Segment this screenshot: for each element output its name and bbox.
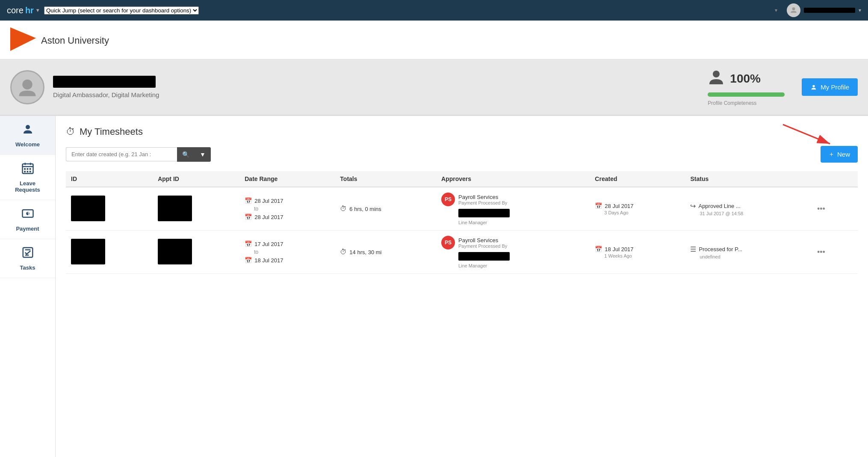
- row2-more-button[interactable]: •••: [814, 246, 829, 258]
- nav-user-avatar: [787, 3, 800, 17]
- row1-appt-id: [153, 187, 239, 231]
- col-created: Created: [590, 171, 685, 187]
- new-btn-plus-icon: ＋: [828, 150, 835, 158]
- row1-approver1-name: Payroll Services: [458, 194, 507, 200]
- col-approvers: Approvers: [436, 171, 590, 187]
- sidebar-item-tasks[interactable]: Tasks: [0, 239, 55, 278]
- col-appt-id: Appt ID: [153, 171, 239, 187]
- calendar-icon-1: 📅: [245, 197, 252, 204]
- nav-username[interactable]: [804, 8, 855, 13]
- row1-more-button[interactable]: •••: [814, 203, 829, 215]
- row2-status-text: Processed for P...: [699, 246, 742, 252]
- timesheets-toolbar: 🔍 ▼ ＋ New: [66, 146, 858, 163]
- section-title: ⏱ My Timesheets: [66, 126, 858, 137]
- quick-jump-arrow-icon: ▾: [775, 7, 777, 13]
- sidebar-leave-label: LeaveRequests: [15, 180, 40, 193]
- row1-date-to: 28 Jul 2017: [254, 214, 283, 220]
- clock-icon-2: ⏱: [340, 248, 347, 256]
- table-row: 📅 28 Jul 2017 to 📅 28 Jul 2017: [66, 187, 858, 231]
- svg-marker-1: [10, 27, 36, 51]
- timesheet-clock-icon: ⏱: [66, 126, 75, 137]
- row1-totals: ⏱ 6 hrs, 0 mins: [335, 187, 436, 231]
- filter-button[interactable]: ▼: [195, 147, 211, 162]
- brand-hr-text: hr: [25, 6, 34, 15]
- completion-bar-fill: [708, 92, 785, 97]
- quick-jump-select[interactable]: Quick Jump (select or search for your da…: [44, 6, 199, 15]
- row2-approver2-name-redacted: [458, 252, 510, 261]
- row2-id: [66, 231, 153, 274]
- org-name: Aston University: [41, 35, 109, 46]
- row1-approver1-avatar: PS: [441, 193, 455, 206]
- calendar-icon-4: 📅: [245, 257, 252, 264]
- row1-created-ago: 3 Days Ago: [604, 210, 680, 215]
- row2-created: 📅 18 Jul 2017 1 Weeks Ago: [590, 231, 685, 274]
- sidebar-welcome-label: Welcome: [15, 141, 40, 148]
- svg-rect-14: [27, 171, 28, 172]
- sidebar-item-payment[interactable]: 1 Payment: [0, 200, 55, 239]
- section-title-text: My Timesheets: [80, 126, 143, 137]
- date-search-input[interactable]: [66, 147, 177, 161]
- row1-status-text: Approved Line ...: [698, 203, 740, 209]
- row1-created: 📅 28 Jul 2017 3 Days Ago: [590, 187, 685, 231]
- leave-requests-icon: [21, 162, 34, 178]
- row1-date-sep: to: [254, 206, 330, 212]
- sidebar-item-leave-requests[interactable]: LeaveRequests: [0, 155, 55, 200]
- completion-bar-container: [708, 92, 785, 97]
- table-body: 📅 28 Jul 2017 to 📅 28 Jul 2017: [66, 187, 858, 274]
- completion-label: Profile Completeness: [708, 100, 756, 106]
- row2-appt-id: [153, 231, 239, 274]
- row2-total-text: 14 hrs, 30 mi: [349, 249, 381, 255]
- appt-id-redacted: [158, 196, 192, 221]
- new-timesheet-button[interactable]: ＋ New: [821, 146, 858, 163]
- row2-approver1-role: Payment Processed By: [458, 243, 507, 249]
- svg-point-5: [26, 125, 30, 129]
- payment-icon: 1: [21, 207, 34, 223]
- calendar-icon-2: 📅: [245, 214, 252, 220]
- sidebar-tasks-label: Tasks: [20, 264, 35, 271]
- nav-user-chevron-icon[interactable]: ▾: [859, 7, 861, 13]
- row2-approver1-name: Payroll Services: [458, 237, 507, 243]
- org-logo-triangle: [10, 27, 36, 52]
- svg-rect-13: [24, 171, 26, 172]
- profile-info: Digital Ambassador, Digital Marketing: [53, 76, 699, 98]
- completion-avatar-icon: [708, 68, 725, 89]
- toolbar-wrapper: 🔍 ▼ ＋ New: [66, 146, 858, 163]
- row1-status-time: 31 Jul 2017 @ 14:58: [700, 211, 803, 216]
- row2-date-sep: to: [254, 249, 330, 255]
- quick-jump-wrapper: Quick Jump (select or search for your da…: [44, 6, 782, 15]
- col-id: ID: [66, 171, 153, 187]
- content-area: ⏱ My Timesheets 🔍 ▼: [56, 116, 868, 457]
- profile-name-redacted: [53, 76, 156, 88]
- row2-date-from: 17 Jul 2017: [254, 241, 283, 247]
- row1-status: ↪ Approved Line ... 31 Jul 2017 @ 14:58: [685, 187, 808, 231]
- row1-approver2-name-redacted: [458, 209, 510, 217]
- row2-approver1-avatar: PS: [441, 236, 455, 249]
- my-profile-button[interactable]: My Profile: [802, 78, 858, 96]
- row1-actions: •••: [809, 187, 858, 231]
- calendar-icon-3: 📅: [245, 240, 252, 247]
- created-calendar-icon-1: 📅: [595, 202, 602, 209]
- main-layout: Welcome LeaveRequests: [0, 116, 868, 457]
- col-actions: [809, 171, 858, 187]
- id-redacted: [71, 196, 105, 221]
- row1-date-range: 📅 28 Jul 2017 to 📅 28 Jul 2017: [239, 187, 335, 231]
- brand-dropdown-chevron[interactable]: ▾: [36, 7, 39, 13]
- search-button[interactable]: 🔍: [177, 147, 195, 162]
- row2-date-to: 18 Jul 2017: [254, 257, 283, 264]
- sidebar-item-welcome[interactable]: Welcome: [0, 116, 55, 155]
- col-totals: Totals: [335, 171, 436, 187]
- row1-approver2-role: Line Manager: [458, 220, 585, 225]
- svg-rect-11: [27, 168, 28, 170]
- top-navigation: corehr ▾ Quick Jump (select or search fo…: [0, 0, 868, 21]
- brand-logo[interactable]: corehr ▾: [7, 6, 39, 15]
- col-date-range: Date Range: [239, 171, 335, 187]
- svg-point-2: [22, 79, 32, 89]
- profile-banner: Digital Ambassador, Digital Marketing 10…: [0, 59, 868, 116]
- row2-created-date: 18 Jul 2017: [605, 246, 633, 252]
- list-icon-1: ☰: [690, 245, 696, 253]
- row2-date-range: 📅 17 Jul 2017 to 📅 18 Jul 2017: [239, 231, 335, 274]
- svg-point-4: [813, 85, 815, 87]
- row2-status-time: undefined: [700, 254, 803, 259]
- row1-date-from: 28 Jul 2017: [254, 198, 283, 204]
- brand-core-text: core: [7, 6, 24, 15]
